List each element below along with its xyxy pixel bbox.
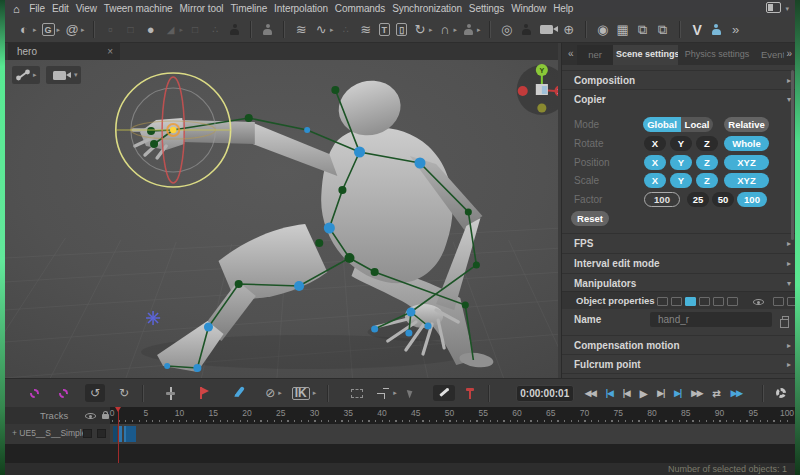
- scale-y-button[interactable]: Y: [670, 173, 692, 188]
- menu-item[interactable]: Timeline: [227, 3, 271, 14]
- ik-mode-button[interactable]: IK: [292, 387, 310, 400]
- timeline-track-row[interactable]: + UE5__S__Simple: [5, 424, 795, 444]
- interpolation-tool-icon[interactable]: ≋: [359, 18, 373, 42]
- copy-layout-icon[interactable]: ⧉: [636, 18, 650, 42]
- runner-icon[interactable]: [464, 24, 473, 35]
- tabs-scroll-right[interactable]: »: [786, 48, 792, 59]
- pen-tool-icon[interactable]: ◢: [164, 18, 178, 42]
- ghost-tool-icon[interactable]: ▫: [104, 18, 118, 42]
- autoposing-icon[interactable]: @: [65, 18, 79, 42]
- layout-switcher-icon[interactable]: ▾: [766, 2, 781, 13]
- menu-item[interactable]: Settings: [465, 3, 507, 14]
- camera-view-button[interactable]: ▾: [46, 66, 81, 84]
- prop-icon-2[interactable]: [671, 297, 682, 306]
- pin-marker-icon[interactable]: [465, 387, 475, 400]
- visibility-eye-icon[interactable]: [753, 299, 764, 305]
- menu-item[interactable]: Interpolation: [271, 3, 332, 14]
- scale-xyz-button[interactable]: XYZ: [724, 173, 769, 188]
- position-z-button[interactable]: Z: [696, 155, 718, 170]
- prop-icon-7[interactable]: [773, 297, 784, 306]
- rotate-y-button[interactable]: Y: [670, 136, 692, 151]
- tracking-slider-icon[interactable]: [166, 387, 175, 400]
- tween-machine-icon[interactable]: ≋: [294, 18, 308, 42]
- factor-100-button[interactable]: 100: [737, 192, 767, 207]
- edit-pen-icon[interactable]: [233, 387, 246, 400]
- camera-icon[interactable]: [540, 25, 553, 34]
- factor-input[interactable]: 100: [644, 192, 680, 207]
- ik-target-marker[interactable]: [146, 311, 160, 325]
- rewind-button[interactable]: ◀◀: [585, 388, 596, 398]
- prop-icon-8[interactable]: [787, 297, 795, 306]
- tool-sphere-icon[interactable]: ◐: [17, 18, 31, 42]
- rotate-cycle-icon[interactable]: ↻: [413, 18, 427, 42]
- disable-icon[interactable]: ⊘: [265, 386, 275, 400]
- points-tool-icon[interactable]: ∴: [208, 18, 222, 42]
- play-sequence-button[interactable]: ▶▶: [731, 388, 742, 398]
- text-tool-icon[interactable]: T: [379, 23, 391, 36]
- viewport-3d[interactable]: Y X ▸ ▾: [5, 60, 558, 378]
- prop-icon-4[interactable]: [699, 297, 710, 306]
- snap-tool-button[interactable]: [433, 385, 455, 401]
- step-interpolation-icon[interactable]: [377, 388, 390, 399]
- track-label[interactable]: + UE5__S__Simple: [5, 424, 110, 444]
- tracks-visibility-icon[interactable]: [85, 413, 96, 419]
- next-frame-button[interactable]: ▶|: [657, 388, 664, 398]
- dropdown-caret[interactable]: ▸: [477, 26, 481, 34]
- section-fps[interactable]: FPS▸: [562, 233, 795, 252]
- menu-item[interactable]: Commands: [331, 3, 388, 14]
- menu-item[interactable]: File: [26, 3, 49, 14]
- factor-25-button[interactable]: 25: [687, 192, 709, 207]
- prev-key-button[interactable]: |◀: [606, 388, 613, 398]
- home-icon[interactable]: ⌂: [13, 3, 20, 15]
- rotate-z-button[interactable]: Z: [696, 136, 718, 151]
- spiral-icon[interactable]: ◉: [596, 18, 610, 42]
- dropdown-caret[interactable]: ▸: [180, 26, 184, 34]
- object-properties-row[interactable]: Object properties: [562, 291, 795, 309]
- frame-tool-icon[interactable]: □: [188, 18, 202, 42]
- prev-frame-button[interactable]: |◀: [623, 388, 630, 398]
- character-tool-icon[interactable]: [230, 24, 239, 35]
- focus-icon[interactable]: ⊕: [562, 18, 576, 42]
- box-tool-icon[interactable]: □: [124, 18, 138, 42]
- reset-button[interactable]: Reset: [571, 211, 609, 226]
- rotate-x-button[interactable]: X: [644, 136, 666, 151]
- menu-item[interactable]: Window: [508, 3, 550, 14]
- rotate-whole-button[interactable]: Whole: [724, 136, 769, 151]
- section-manipulators[interactable]: Manipulators▾: [562, 273, 795, 292]
- copy-layout2-icon[interactable]: ⧉: [656, 18, 670, 42]
- dropdown-caret[interactable]: ▸: [57, 26, 61, 34]
- section-composition[interactable]: Composition▸: [562, 70, 795, 89]
- keyframe-bar[interactable]: [113, 426, 117, 442]
- overflow-chevron[interactable]: »: [729, 18, 743, 42]
- auto-posing-icon[interactable]: [59, 389, 68, 398]
- play-button[interactable]: ▶: [640, 388, 648, 399]
- next-key-button[interactable]: ▶|: [674, 388, 681, 398]
- menu-item[interactable]: Tween machine: [100, 3, 176, 14]
- frame-box-icon[interactable]: ▯: [396, 23, 407, 36]
- tab-scene-settings[interactable]: Scene settings: [613, 45, 678, 65]
- keyframe-bar[interactable]: [124, 426, 136, 442]
- cursor-icon[interactable]: [408, 389, 413, 398]
- section-compensation[interactable]: Compensation motion▸: [562, 335, 795, 354]
- selection-box-icon[interactable]: [351, 389, 363, 398]
- tab-partial[interactable]: ner: [577, 45, 613, 65]
- prop-icon-1[interactable]: [657, 297, 668, 306]
- dropdown-caret[interactable]: ▸: [330, 26, 334, 34]
- loop-playback-button[interactable]: ⇄: [712, 388, 720, 399]
- physics-tool-icon[interactable]: [263, 24, 272, 35]
- scale-x-button[interactable]: X: [644, 173, 666, 188]
- menu-item[interactable]: Mirror tool: [176, 3, 227, 14]
- headphones-icon[interactable]: ∩: [438, 18, 452, 42]
- section-copier[interactable]: Copier▾: [562, 89, 795, 108]
- tracks-lock-icon[interactable]: [102, 414, 109, 419]
- small-person-icon[interactable]: [522, 24, 531, 35]
- menu-item[interactable]: Edit: [48, 3, 72, 14]
- track-checkbox-2[interactable]: [97, 429, 106, 438]
- tabs-scroll-left[interactable]: «: [568, 48, 574, 59]
- grid-icon[interactable]: ▦: [616, 18, 630, 42]
- copy-name-icon[interactable]: [782, 316, 789, 323]
- position-y-button[interactable]: Y: [670, 155, 692, 170]
- prop-icon-5[interactable]: [713, 297, 724, 306]
- mode-global-button[interactable]: Global: [643, 117, 681, 132]
- auto-physics-icon[interactable]: [30, 389, 39, 398]
